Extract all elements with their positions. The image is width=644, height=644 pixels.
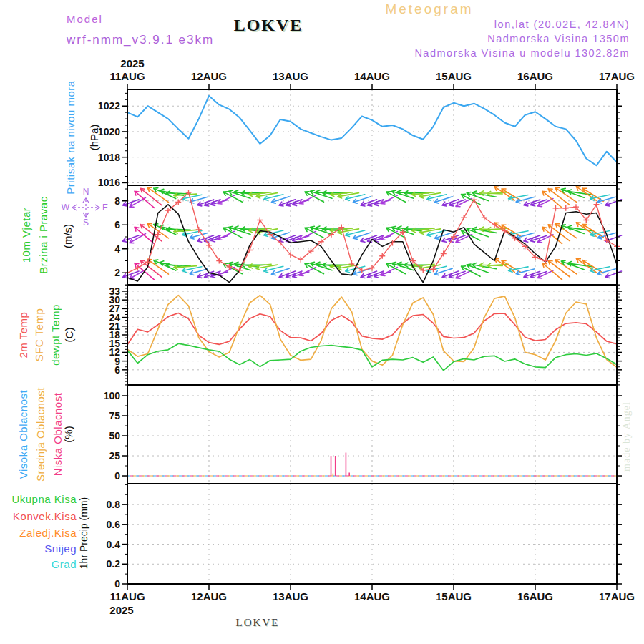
legend-precip: Zaledj.Kisa	[19, 527, 77, 539]
legend-pressure: Pritisak na nivou mora	[64, 80, 77, 195]
ytick-precip: 0.2	[107, 558, 121, 570]
ytick-precip: 0.4	[107, 539, 121, 550]
top-axis-day: 11AUG	[109, 70, 145, 82]
meteogram-page: Meteogram Model wrf-nmm_v3.9.1 e3km LOKV…	[0, 0, 644, 644]
ytick-cloud: 50	[109, 430, 120, 441]
top-axis-day: 14AUG	[354, 70, 390, 82]
top-axis-year: 2025	[120, 57, 144, 69]
ytick-cloud: 75	[109, 410, 120, 421]
ytick-cloud: 100	[104, 390, 121, 401]
top-axis-day: 12AUG	[191, 70, 227, 82]
unit-temp: (C)	[63, 328, 75, 343]
labels-precip: Ukupna KisaKonvek.KisaZaledj.KisaSnijegG…	[11, 493, 89, 570]
legend-wind: Brzina i Pravac	[37, 196, 49, 273]
grid-cloud	[127, 385, 617, 484]
meteogram-plot: 1016101810201022246869121518212427303302…	[0, 0, 644, 644]
legend-temp: dewpt Temp	[49, 304, 62, 366]
legend-temp: 2m Temp	[17, 312, 29, 358]
x-axes: 11AUG11AUG12AUG12AUG13AUG13AUG14AUG14AUG…	[109, 57, 635, 616]
legend-cloud: Visoka Oblacnost	[17, 389, 29, 479]
ytick-pressure: 1020	[98, 126, 120, 137]
legend-precip: Snijeg	[44, 542, 77, 555]
labels-cloud: Visoka OblacnostSrednja OblacnostNiska O…	[17, 387, 74, 482]
bottom-axis-day: 11AUG	[109, 590, 145, 602]
unit-cloud: (%)	[62, 426, 74, 442]
unit-pressure: (hPa)	[88, 125, 100, 151]
compass-s: S	[83, 218, 89, 228]
bottom-axis-day: 13AUG	[273, 590, 308, 602]
compass-w: W	[62, 203, 70, 213]
frame-temp: 691215182124273033	[109, 285, 622, 385]
legend-precip: Konvek.Kisa	[13, 510, 77, 522]
legend-temp: SFC Temp	[33, 308, 45, 362]
bottom-axis-day: 16AUG	[517, 590, 553, 602]
frame-precip: 00.20.40.60.8	[107, 484, 622, 590]
ytick-pressure: 1022	[98, 100, 120, 112]
watermark: made by Angel	[621, 401, 632, 472]
bottom-axis-day: 12AUG	[191, 590, 227, 602]
grid-precip	[127, 484, 617, 584]
top-axis-day: 13AUG	[273, 70, 308, 82]
legend-cloud: Srednja Oblacnost	[34, 387, 47, 482]
bottom-axis-day: 14AUG	[354, 590, 390, 602]
ytick-wind: 4	[114, 243, 120, 255]
ytick-wind: 8	[114, 195, 120, 207]
labels-temp: 2m TempSFC Tempdewpt Temp(C)	[17, 304, 75, 366]
ytick-precip: 0.6	[107, 519, 121, 530]
ytick-pressure: 1016	[98, 177, 120, 188]
top-axis-day: 17AUG	[599, 70, 635, 82]
legend-wind: 10m Vjetar	[20, 208, 32, 263]
ytick-wind: 6	[114, 219, 120, 230]
grid-pressure	[127, 89, 617, 185]
footer-station: LOKVE	[204, 617, 311, 629]
series-dewpt-temp	[127, 343, 617, 371]
ytick-cloud: 0	[114, 470, 120, 482]
ytick-cloud: 25	[109, 450, 120, 462]
labels-pressure: Pritisak na nivou mora(hPa)	[64, 80, 100, 195]
bottom-axis-day: 17AUG	[599, 590, 635, 602]
compass-n: N	[83, 187, 89, 197]
compass-e: E	[102, 203, 108, 213]
unit-wind: (m/s)	[62, 224, 74, 248]
ytick-wind: 2	[114, 267, 120, 278]
frame-cloud: 0255075100	[104, 385, 622, 484]
bottom-axis-day: 15AUG	[436, 590, 472, 602]
legend-precip: Ukupna Kisa	[11, 493, 77, 505]
grid-temp	[127, 285, 617, 385]
ytick-precip: 0.8	[107, 499, 121, 510]
legend-precip: Grad	[52, 558, 77, 570]
bottom-axis-year: 2025	[109, 604, 133, 616]
frame-pressure: 1016101810201022	[98, 89, 622, 188]
top-axis-day: 16AUG	[517, 70, 553, 82]
top-axis-day: 15AUG	[436, 70, 472, 82]
ytick-pressure: 1018	[98, 152, 120, 163]
unit-precip: 1hr Precip (mm)	[78, 497, 89, 569]
ytick-temp: 33	[109, 286, 120, 297]
ytick-precip: 0	[114, 578, 120, 590]
